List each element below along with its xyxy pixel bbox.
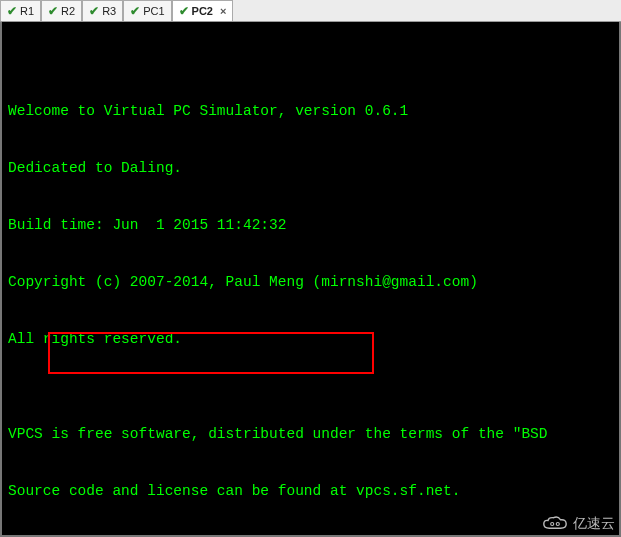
tab-pc2[interactable]: ✔ PC2 × — [172, 0, 234, 21]
check-icon: ✔ — [48, 4, 58, 18]
check-icon: ✔ — [179, 4, 189, 18]
terminal-line: Dedicated to Daling. — [8, 159, 613, 178]
tab-label: R2 — [61, 5, 75, 17]
terminal-output[interactable]: Welcome to Virtual PC Simulator, version… — [0, 22, 621, 537]
tab-label: R3 — [102, 5, 116, 17]
check-icon: ✔ — [130, 4, 140, 18]
tab-label: PC1 — [143, 5, 164, 17]
tab-label: R1 — [20, 5, 34, 17]
tab-pc1[interactable]: ✔ PC1 — [123, 0, 171, 21]
terminal-line: Build time: Jun 1 2015 11:42:32 — [8, 216, 613, 235]
terminal-line: Welcome to Virtual PC Simulator, version… — [8, 102, 613, 121]
terminal-line: Copyright (c) 2007-2014, Paul Meng (mirn… — [8, 273, 613, 292]
check-icon: ✔ — [89, 4, 99, 18]
check-icon: ✔ — [7, 4, 17, 18]
tab-bar: ✔ R1 ✔ R2 ✔ R3 ✔ PC1 ✔ PC2 × — [0, 0, 621, 22]
tab-r3[interactable]: ✔ R3 — [82, 0, 123, 21]
terminal-line: Source code and license can be found at … — [8, 482, 613, 501]
terminal-line: All rights reserved. — [8, 330, 613, 349]
tab-r1[interactable]: ✔ R1 — [0, 0, 41, 21]
tab-r2[interactable]: ✔ R2 — [41, 0, 82, 21]
tab-label: PC2 — [192, 5, 213, 17]
close-icon[interactable]: × — [220, 5, 226, 17]
terminal-line: VPCS is free software, distributed under… — [8, 425, 613, 444]
